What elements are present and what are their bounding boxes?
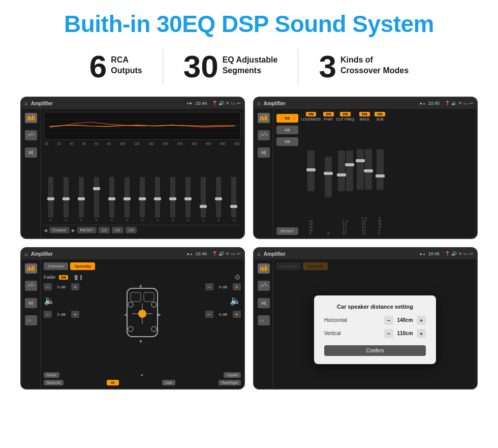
confirm-button[interactable]: Confirm [324,345,426,356]
slider-track-11[interactable] [216,177,221,218]
driver-btn[interactable]: Driver [44,372,59,378]
slider-thumb-1[interactable] [63,197,70,200]
rearleft-btn[interactable]: RearLeft [44,380,64,385]
slider-track-10[interactable] [201,177,206,218]
eq-icon-1[interactable] [25,113,37,123]
eq-u2-btn[interactable]: U2 [112,227,123,233]
svg-rect-44 [266,266,267,271]
slider-track-0[interactable] [48,177,53,218]
fader-specialty-tab[interactable]: Specialty [70,262,95,270]
dialog-icon-3[interactable] [258,298,270,308]
vertical-minus[interactable]: − [384,329,393,338]
dialog-icon-2[interactable] [258,281,270,291]
slider-thumb-10[interactable] [200,205,207,208]
phat-slider[interactable] [325,157,332,197]
cutfreq-thumb-f[interactable] [337,173,346,176]
bass-on: ON [359,112,370,116]
u3-button[interactable]: U3 [276,137,298,146]
fader-icon-1[interactable] [25,263,37,274]
crossover-topbar-icons: 📍 🔉 ✕ ▭ ↩ [445,101,474,106]
eq-u3-btn[interactable]: U3 [126,227,137,233]
fader-icon-4[interactable]: ⇔ [25,315,37,325]
slider-thumb-7[interactable] [154,197,161,200]
horizontal-plus[interactable]: + [417,316,426,325]
fader-minus-1[interactable]: − [44,283,52,290]
slider-track-4[interactable] [109,177,114,218]
slider-thumb-4[interactable] [108,197,115,200]
fader-plus-3[interactable]: + [233,283,241,290]
u1-button[interactable]: U1 [276,114,298,123]
vertical-plus[interactable]: + [417,329,426,338]
dialog-icon-1[interactable] [258,263,270,274]
slider-track-9[interactable] [185,177,191,218]
slider-thumb-12[interactable] [230,205,237,208]
slider-track-8[interactable] [170,177,175,218]
stat-crossover: 3 Kinds of Crossover Modes [298,51,429,82]
slider-thumb-11[interactable] [215,197,222,200]
slider-track-2[interactable] [79,177,84,218]
crossover-icon-2[interactable] [258,130,270,140]
eq-icon-2[interactable] [25,130,37,140]
eq-icon-3[interactable] [25,147,37,158]
loudness-slider[interactable] [307,151,315,191]
slider-track-12[interactable] [231,177,236,218]
slider-thumb-0[interactable] [47,197,54,200]
slider-track-7[interactable] [155,177,160,218]
fader-icon-3[interactable] [25,298,37,308]
copilot-btn[interactable]: Copilot [224,372,241,378]
crossover-reset-btn[interactable]: RESET [276,227,298,235]
bass-thumb-g[interactable] [364,169,373,172]
crossover-icon-3[interactable] [258,147,270,158]
stat-crossover-number: 3 [319,51,336,82]
phat-thumb[interactable] [324,172,333,175]
eq-slider-1: 0 [59,177,73,222]
loudness-thumb[interactable] [306,168,316,171]
slider-track-6[interactable] [140,177,145,218]
svg-rect-2 [30,117,32,121]
sub-slider[interactable] [377,149,384,190]
cutfreq-slider-f[interactable] [338,151,345,191]
bass-label: BASS [360,117,369,121]
slider-track-5[interactable] [124,177,130,218]
fader-plus-2[interactable]: + [71,311,79,318]
fader-settings-icon[interactable]: ⚙ [234,273,241,281]
fader-plus-1[interactable]: + [71,283,79,290]
fader-plus-4[interactable]: + [233,311,241,318]
vertical-label: Vertical [324,331,384,336]
crossover-icon-1[interactable] [258,113,270,123]
eq-screen: 25 32 40 50 63 80 100 125 160 200 250 32… [21,109,244,238]
slider-thumb-5[interactable] [123,197,131,200]
slider-thumb-9[interactable] [184,197,192,200]
cutfreq-thumb-g[interactable] [345,163,354,166]
horizontal-minus[interactable]: − [384,316,393,325]
slider-thumb-8[interactable] [169,197,176,200]
u2-button[interactable]: U2 [276,126,298,134]
left-arrow-icon: ◄ [139,373,143,377]
slider-track-1[interactable] [64,177,69,218]
rearright-btn[interactable]: RearRight [219,380,241,385]
eq-custom-btn[interactable]: Custom [49,227,70,233]
user-btn[interactable]: User [162,380,176,385]
eq-u1-btn[interactable]: U1 [99,227,110,233]
fader-on-toggle[interactable]: ON [59,275,69,280]
eq-prev-arrow[interactable]: ◀ [44,228,47,233]
fader-minus-4[interactable]: − [205,311,213,318]
slider-thumb-3[interactable] [93,187,100,190]
eq-reset-btn[interactable]: RESET [77,227,97,233]
cutfreq-slider-g[interactable] [346,151,353,191]
dialog-icon-4[interactable]: ⇔ [258,315,270,325]
all-btn[interactable]: All [107,380,119,385]
bass-slider-g[interactable] [365,149,372,190]
fader-minus-3[interactable]: − [205,283,213,290]
bass-thumb-f[interactable] [356,159,365,162]
speaker-right-icon: 🔈 [230,295,241,306]
bass-slider-f[interactable] [357,149,364,190]
fader-common-tab[interactable]: Common [44,262,68,270]
sub-thumb[interactable] [376,174,385,177]
slider-thumb-6[interactable] [139,197,146,200]
slider-thumb-2[interactable] [78,197,85,200]
fader-icon-2[interactable] [25,281,37,291]
fader-minus-2[interactable]: − [44,311,52,318]
slider-track-3[interactable] [94,177,99,218]
eq-next-arrow[interactable]: ▶ [72,228,75,233]
